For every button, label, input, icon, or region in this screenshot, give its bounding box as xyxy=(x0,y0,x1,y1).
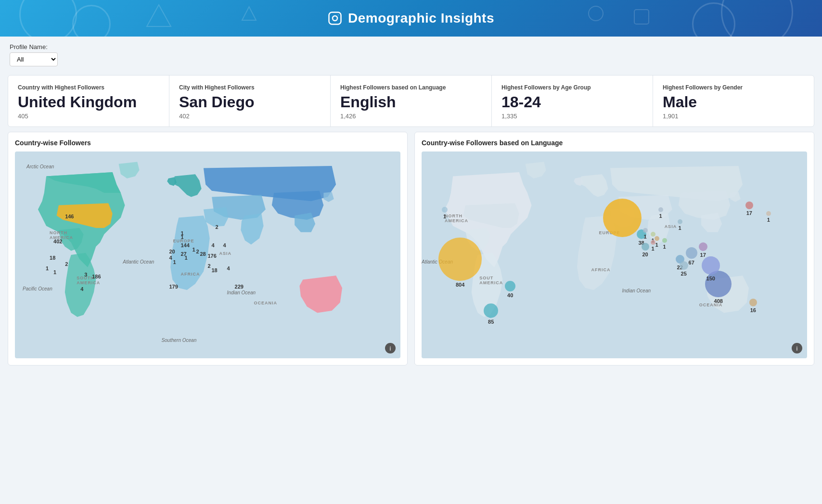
profile-label: Profile Name: xyxy=(10,43,812,50)
map-panel-country-title: Country-wise Followers xyxy=(15,139,400,147)
card-language-sub: 1,426 xyxy=(340,113,482,120)
pacific-ocean-label: Pacific Ocean xyxy=(23,286,52,291)
num-4d: 4 xyxy=(169,255,172,261)
card-city-value: San Diego xyxy=(179,94,321,111)
card-country-value: United Kingdom xyxy=(18,94,159,111)
oceania-region: OCEANIA xyxy=(254,301,278,305)
map-container-language: Atlantic Ocean Indian Ocean NORTHAMERICA… xyxy=(422,151,807,358)
card-gender-value: Male xyxy=(663,94,804,111)
num-2c: 2 xyxy=(208,263,211,269)
num-186: 186 xyxy=(92,274,101,279)
svg-point-5 xyxy=(333,16,337,21)
card-city-sub: 402 xyxy=(179,113,321,120)
num-229: 229 xyxy=(235,284,244,290)
map-panel-language-title: Country-wise Followers based on Language xyxy=(422,139,807,147)
oceania-r: OCEANIA xyxy=(699,302,723,307)
num-2a: 2 xyxy=(65,261,68,267)
indian-label-r: Indian Ocean xyxy=(622,288,651,293)
africa-r: AFRICA xyxy=(591,267,610,272)
num-179: 179 xyxy=(169,284,178,290)
num-2d: 2 xyxy=(216,224,218,230)
maps-row: Country-wise Followers xyxy=(8,132,814,365)
atlantic-label-r: Atlantic Ocean xyxy=(422,259,453,265)
map-container-country: Arctic Ocean Atlantic Ocean Pacific Ocea… xyxy=(15,151,400,358)
card-gender-label: Highest Followers by Gender xyxy=(663,84,804,91)
num-4a: 4 xyxy=(80,286,83,292)
card-age-sub: 1,335 xyxy=(501,113,643,120)
card-country-sub: 405 xyxy=(18,113,159,120)
num-1e: 1 xyxy=(173,259,176,265)
num-146: 146 xyxy=(65,214,74,219)
num-1g: 1 xyxy=(180,234,183,240)
card-language-value: English xyxy=(340,94,482,111)
card-language: Highest Followers based on Language Engl… xyxy=(331,76,492,126)
north-america-r: NORTHAMERICA xyxy=(445,214,468,223)
asia-region: ASIA xyxy=(219,251,232,256)
atlantic-ocean-label: Atlantic Ocean xyxy=(123,259,154,265)
card-country: Country with Highest Followers United Ki… xyxy=(8,76,169,126)
map-panel-country: Country-wise Followers xyxy=(8,132,408,365)
num-1d: 1 xyxy=(192,247,195,252)
europe-r: EUROPE xyxy=(599,230,620,235)
num-18b: 18 xyxy=(212,267,218,273)
num-4b: 4 xyxy=(212,242,215,248)
num-3: 3 xyxy=(84,272,87,277)
southern-ocean-label: Southern Ocean xyxy=(161,338,196,343)
num-176: 176 xyxy=(208,253,217,259)
card-age-value: 18-24 xyxy=(501,94,643,111)
num-1a: 1 xyxy=(46,265,49,271)
num-18: 18 xyxy=(50,255,55,261)
africa-region: AFRICA xyxy=(180,272,200,277)
svg-point-6 xyxy=(338,15,338,15)
map-panel-language: Country-wise Followers based on Language xyxy=(414,132,814,365)
num-1b: 1 xyxy=(53,269,56,275)
num-4e: 4 xyxy=(227,265,230,271)
header: Demographic Insights xyxy=(0,0,822,37)
num-1c: 1 xyxy=(184,255,187,261)
cards-row: Country with Highest Followers United Ki… xyxy=(8,75,814,127)
card-age-label: Highest Followers by Age Group xyxy=(501,84,643,91)
south-america-r: SOUTAMERICA xyxy=(479,276,503,285)
num-28: 28 xyxy=(200,251,206,257)
num-20: 20 xyxy=(169,249,175,254)
indian-ocean-label: Indian Ocean xyxy=(227,290,256,295)
card-city: City with Highest Followers San Diego 40… xyxy=(169,76,331,126)
num-402: 402 xyxy=(53,239,62,244)
instagram-icon xyxy=(328,11,342,25)
num-4c: 4 xyxy=(223,242,226,248)
arctic-ocean-label: Arctic Ocean xyxy=(26,164,54,169)
card-country-label: Country with Highest Followers xyxy=(18,84,159,91)
card-gender: Highest Followers by Gender Male 1,901 xyxy=(653,76,814,126)
num-144: 144 xyxy=(180,242,189,248)
card-gender-sub: 1,901 xyxy=(663,113,804,120)
num-2b: 2 xyxy=(196,249,199,254)
card-age: Highest Followers by Age Group 18-24 1,3… xyxy=(492,76,653,126)
card-city-label: City with Highest Followers xyxy=(179,84,321,91)
svg-rect-4 xyxy=(329,13,341,25)
profile-section: Profile Name: All xyxy=(0,37,822,70)
header-title: Demographic Insights xyxy=(0,11,822,26)
card-language-label: Highest Followers based on Language xyxy=(340,84,482,91)
profile-select[interactable]: All xyxy=(10,52,58,66)
asia-r: ASIA xyxy=(665,224,677,229)
